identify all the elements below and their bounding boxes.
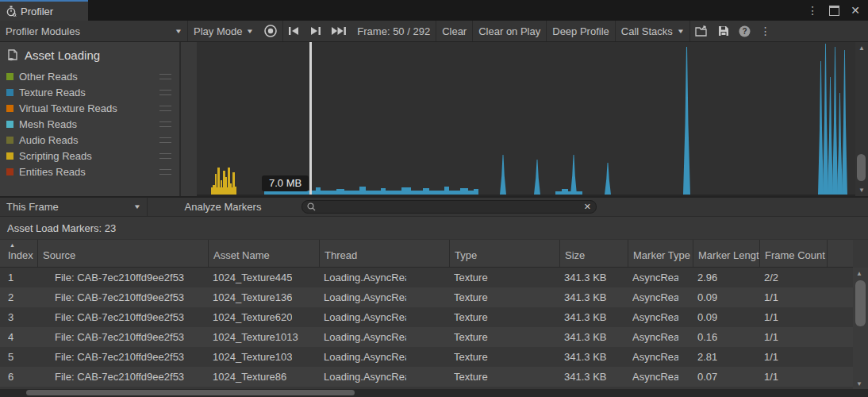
first-frame-button[interactable] [283,21,305,41]
selected-frame-line[interactable] [309,42,312,195]
cell-marker-type: AsyncRead [628,351,693,363]
frame-scope-dropdown[interactable]: This Frame ▼ [0,198,148,216]
asset-loading-chart[interactable]: 7.0 MB [197,42,855,196]
cell-frame-count: 1/1 [759,351,827,363]
cell-frame-count: 1/1 [759,371,827,383]
module-header[interactable]: Asset Loading [0,47,179,68]
search-input[interactable] [320,201,580,214]
column-header-frame-count[interactable]: Frame Count [759,240,827,267]
table-horizontal-scrollbar[interactable] [0,389,868,397]
maximize-icon[interactable] [829,6,839,16]
deep-profile-toggle[interactable]: Deep Profile [547,21,615,41]
tab-profiler[interactable]: Profiler [0,0,88,21]
column-header-type[interactable]: Type [449,240,559,267]
call-stacks-toggle[interactable]: Call Stacks ▼ [616,21,689,41]
analyze-markers-label: Analyze Markers [185,201,262,213]
column-header-size[interactable]: Size [559,240,628,267]
column-header-source[interactable]: Source [37,240,208,267]
table-row[interactable]: 5File: CAB-7ec210ffd9ee2f531024_Texture1… [0,347,853,367]
table-row[interactable]: 3File: CAB-7ec210ffd9ee2f531024_Texture6… [0,307,853,327]
svg-text:?: ? [742,27,747,36]
legend-color-swatch [6,121,13,128]
cell-thread: Loading.AsyncRead [319,371,449,383]
legend-item-mesh-reads[interactable]: Mesh Reads [0,116,179,132]
column-header-marker-type[interactable]: Marker Type [628,240,693,267]
legend-color-swatch [6,73,13,80]
column-header-index[interactable]: Index▲ [0,240,37,267]
legend-item-texture-reads[interactable]: Texture Reads [0,84,179,100]
last-frame-button[interactable] [326,21,351,41]
skip-back-icon [288,26,300,36]
marker-search-field[interactable]: ✕ [301,200,597,214]
legend-item-virtual-texture-reads[interactable]: Virtual Texture Reads [0,100,179,116]
toolbar-menu-button[interactable]: ⋮ [755,21,776,41]
column-header-thread[interactable]: Thread [319,240,449,267]
window-controls: ⋮ ✕ [807,0,868,21]
drag-handle-icon[interactable] [159,106,171,111]
profiler-modules-dropdown[interactable]: Profiler Modules ▼ [0,21,187,41]
load-profile-button[interactable] [690,21,713,41]
scroll-up-icon[interactable]: ▲ [853,270,866,277]
clear-button[interactable]: Clear [436,21,472,41]
legend-label: Entities Reads [19,166,86,178]
legend-item-audio-reads[interactable]: Audio Reads [0,132,179,148]
legend-label: Other Reads [19,71,78,83]
cell-source: File: CAB-7ec210ffd9ee2f53 [37,371,208,383]
record-button[interactable] [259,21,282,41]
chart-scroll-thumb[interactable] [857,154,866,181]
help-button[interactable]: ? [734,21,755,41]
play-mode-dropdown[interactable]: Play Mode ▼ [188,21,259,41]
scroll-up-icon[interactable]: ▲ [855,44,868,52]
legend-item-scripting-reads[interactable]: Scripting Reads [0,148,179,164]
save-profile-button[interactable] [713,21,734,41]
module-sidebar: Asset Loading Other ReadsTexture ReadsVi… [0,42,179,196]
cell-index: 5 [0,351,37,363]
table-row[interactable]: 2File: CAB-7ec210ffd9ee2f531024_Texture1… [0,287,853,307]
cell-marker-length: 0.09 [693,311,759,323]
frame-scope-label: This Frame [6,201,59,213]
chart-value-tooltip: 7.0 MB [262,175,309,191]
column-header-asset-name[interactable]: Asset Name [208,240,319,267]
scroll-down-icon[interactable]: ▼ [855,187,868,194]
table-row[interactable]: 4File: CAB-7ec210ffd9ee2f531024_Texture1… [0,327,853,347]
clear-on-play-toggle[interactable]: Clear on Play [473,21,546,41]
chart-vertical-scrollbar[interactable]: ▲ ▼ [855,42,868,196]
drag-handle-icon[interactable] [159,169,171,175]
sort-ascending-icon: ▲ [10,242,15,248]
drag-handle-icon[interactable] [159,137,171,143]
table-row[interactable]: 1File: CAB-7ec210ffd9ee2f531024_Texture4… [0,268,853,287]
legend-label: Texture Reads [19,87,86,98]
drag-handle-icon[interactable] [159,121,171,127]
drag-handle-icon[interactable] [159,90,171,95]
stopwatch-icon [6,6,17,17]
horizontal-scroll-thumb[interactable] [26,390,355,395]
chart-spike [828,77,833,195]
drag-handle-icon[interactable] [159,74,171,79]
next-frame-button[interactable] [305,21,326,41]
chart-spike [534,160,540,195]
legend-item-entities-reads[interactable]: Entities Reads [0,164,179,179]
table-vertical-scrollbar[interactable]: ▲ ▼ [853,268,868,389]
drag-handle-icon[interactable] [159,153,171,159]
legend-item-other-reads[interactable]: Other Reads [0,68,179,84]
chart-bar [444,187,449,195]
window-menu-icon[interactable]: ⋮ [807,5,818,16]
chart-bar [460,188,468,195]
column-header-filler [827,240,853,267]
chart-bar [316,187,321,195]
cell-index: 3 [0,311,37,323]
cell-asset-name: 1024_Texture1013 [208,331,319,343]
cell-size: 341.3 KB [559,371,628,383]
close-icon[interactable]: ✕ [851,5,860,16]
clear-search-icon[interactable]: ✕ [584,202,591,212]
column-header-marker-length[interactable]: Marker Length [693,240,759,267]
legend-color-swatch [6,168,13,175]
help-icon: ? [739,25,751,37]
table-body: 1File: CAB-7ec210ffd9ee2f531024_Texture4… [0,268,853,389]
deep-profile-label: Deep Profile [552,25,609,37]
table-scroll-thumb[interactable] [855,280,866,326]
legend-label: Virtual Texture Reads [19,102,117,114]
table-row[interactable]: 6File: CAB-7ec210ffd9ee2f531024_Texture8… [0,367,853,387]
scroll-down-icon[interactable]: ▼ [853,380,866,387]
analyze-markers-button[interactable]: Analyze Markers [148,198,298,216]
